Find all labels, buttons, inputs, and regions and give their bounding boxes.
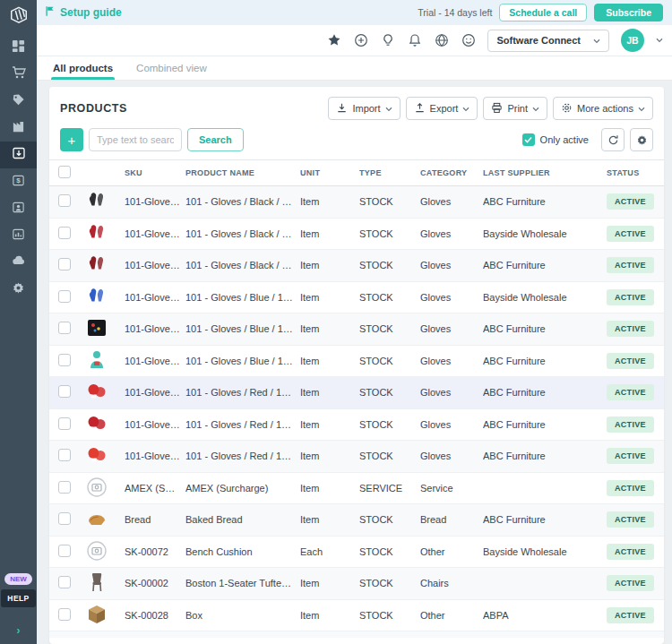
table-row[interactable]: SK-00028 Box Item STOCK Other ABPA ACTIV… xyxy=(49,600,664,632)
content-area: PRODUCTS Import Export Print xyxy=(37,81,672,644)
star-icon[interactable] xyxy=(326,33,341,48)
setup-guide-link[interactable]: Setup guide xyxy=(44,5,122,20)
table-row[interactable]: 101-Gloves-013 101 - Gloves / Red / 14 O… xyxy=(49,409,664,442)
row-checkbox[interactable] xyxy=(58,194,71,207)
schedule-call-button[interactable]: Schedule a call xyxy=(499,4,587,21)
product-image xyxy=(85,221,108,245)
refresh-button[interactable] xyxy=(601,128,625,151)
globe-icon[interactable] xyxy=(434,33,449,48)
sidebar-item-integrations[interactable] xyxy=(0,249,37,276)
sidebar-item-sales[interactable] xyxy=(0,61,37,88)
supplier-cell: ABC Furniture xyxy=(483,196,607,207)
lightbulb-icon[interactable] xyxy=(380,33,395,48)
row-checkbox[interactable] xyxy=(58,608,71,621)
row-checkbox[interactable] xyxy=(58,385,71,398)
sku-cell: AMEX (Surchar... xyxy=(125,483,185,494)
sku-cell: SK-00028 xyxy=(125,610,185,621)
table-row[interactable]: AMEX (Surchar... AMEX (Surcharge) Item S… xyxy=(49,473,664,505)
tab-combined-view[interactable]: Combined view xyxy=(136,56,207,80)
inflow-logo-icon[interactable] xyxy=(0,2,37,29)
product-image xyxy=(85,189,108,212)
product-name-cell: 101 - Gloves / Blue / 12 Oz xyxy=(185,292,300,303)
sku-cell: 101-Gloves-011 xyxy=(125,292,185,303)
table-settings-button[interactable] xyxy=(630,128,653,151)
company-selector[interactable]: Software Connect xyxy=(487,30,609,52)
select-all-checkbox[interactable] xyxy=(58,166,71,178)
import-button[interactable]: Import xyxy=(328,97,400,120)
download-icon xyxy=(336,102,348,116)
row-checkbox[interactable] xyxy=(58,545,71,557)
search-input[interactable] xyxy=(89,128,182,151)
status-badge: ACTIVE xyxy=(607,607,654,623)
subscribe-button[interactable]: Subscribe xyxy=(594,4,663,21)
sidebar-item-manufacturing[interactable] xyxy=(0,115,37,142)
product-image xyxy=(85,443,108,467)
row-checkbox[interactable] xyxy=(58,227,71,239)
unit-cell: Item xyxy=(300,356,359,366)
table-row[interactable]: 101-Gloves-017 101 - Gloves / Black / 12… xyxy=(49,186,664,219)
table-row[interactable]: 101-Gloves-012 101 - Gloves / Red / 16 O… xyxy=(49,441,664,473)
category-cell: Gloves xyxy=(420,419,483,430)
table-row[interactable]: Bread Baked Bread Item STOCK Bread ABC F… xyxy=(49,504,664,537)
only-active-checkbox[interactable] xyxy=(522,133,535,146)
column-header-sku[interactable]: SKU xyxy=(125,168,185,177)
row-checkbox[interactable] xyxy=(58,512,71,525)
avatar[interactable]: JB xyxy=(621,29,644,52)
sku-cell: 101-Gloves-013 xyxy=(125,419,185,430)
row-checkbox[interactable] xyxy=(58,258,71,270)
sidebar-item-inventory[interactable] xyxy=(0,142,37,168)
tab-all-products[interactable]: All products xyxy=(53,56,113,80)
avatar-chevron-icon[interactable] xyxy=(656,38,663,43)
column-header-category[interactable]: CATEGORY xyxy=(420,168,483,177)
print-button[interactable]: Print xyxy=(483,97,547,120)
row-checkbox[interactable] xyxy=(58,290,71,303)
export-button[interactable]: Export xyxy=(406,97,478,120)
sidebar-item-reports[interactable] xyxy=(0,222,37,249)
row-checkbox[interactable] xyxy=(58,576,71,588)
help-button[interactable]: HELP xyxy=(1,589,35,607)
row-checkbox[interactable] xyxy=(58,417,71,430)
table-row[interactable]: SK-00002 Boston 1-Seater Tufted Dining C… xyxy=(49,568,664,600)
account-bar: Software Connect JB xyxy=(37,25,672,56)
row-checkbox[interactable] xyxy=(58,449,71,461)
row-checkbox[interactable] xyxy=(58,354,71,366)
sidebar-item-settings[interactable] xyxy=(0,276,37,303)
product-name-cell: AMEX (Surcharge) xyxy=(185,483,300,494)
sidebar-item-dashboard[interactable] xyxy=(0,34,37,61)
category-cell: Bread xyxy=(420,514,483,525)
search-button[interactable]: Search xyxy=(187,128,244,151)
status-badge: ACTIVE xyxy=(607,511,654,528)
supplier-cell: ABC Furniture xyxy=(483,514,607,525)
table-row[interactable]: 101-Gloves-016 101 - Gloves / Black / 14… xyxy=(49,219,664,251)
table-row[interactable]: 101-Gloves-010 101 - Gloves / Blue / 14 … xyxy=(49,313,664,346)
column-header-status[interactable]: STATUS xyxy=(607,168,664,177)
row-checkbox[interactable] xyxy=(58,322,71,334)
sidebar-item-payments[interactable]: $ xyxy=(0,168,37,195)
more-actions-button[interactable]: More actions xyxy=(553,97,653,120)
table-row[interactable]: SK-00072 Bench Cushion Each STOCK Other … xyxy=(49,537,664,569)
product-image xyxy=(85,476,108,499)
sidebar-collapse-arrow[interactable]: › xyxy=(17,624,21,637)
add-circle-icon[interactable] xyxy=(353,33,368,48)
column-header-type[interactable]: TYPE xyxy=(359,168,420,177)
table-row[interactable]: 101-Gloves-014 101 - Gloves / Red / 12 O… xyxy=(49,377,664,409)
feedback-icon[interactable] xyxy=(461,33,476,48)
column-header-last-supplier[interactable]: LAST SUPPLIER xyxy=(483,168,607,177)
category-cell: Service xyxy=(420,483,483,494)
table-row[interactable]: 101-Gloves-011 101 - Gloves / Blue / 12 … xyxy=(49,282,664,314)
notifications-icon[interactable] xyxy=(407,33,422,48)
supplier-cell: ABC Furniture xyxy=(483,419,607,430)
column-header-unit[interactable]: UNIT xyxy=(300,168,359,177)
row-checkbox[interactable] xyxy=(58,481,71,494)
table-row[interactable]: 101-Gloves-015 101 - Gloves / Black / 16… xyxy=(49,250,664,282)
dashboard-icon xyxy=(12,39,25,56)
sidebar-item-contacts[interactable] xyxy=(0,195,37,222)
table-row[interactable]: 101-Gloves-009 101 - Gloves / Blue / 16 … xyxy=(49,346,664,378)
sku-cell: 101-Gloves-014 xyxy=(125,387,185,398)
column-header-product-name[interactable]: PRODUCT NAME xyxy=(185,168,300,177)
add-product-button[interactable]: + xyxy=(60,128,83,151)
gear-icon xyxy=(561,102,573,116)
sidebar-item-purchasing[interactable] xyxy=(0,88,37,115)
upload-icon xyxy=(414,102,426,116)
type-cell: STOCK xyxy=(359,260,420,270)
